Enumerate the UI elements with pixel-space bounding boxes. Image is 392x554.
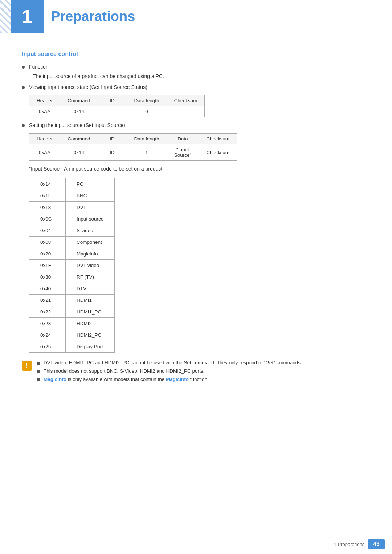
page-header: 1 Preparations xyxy=(0,0,392,33)
table1-col-header: Header xyxy=(29,95,60,106)
source-name: S-video xyxy=(66,225,115,237)
footer-page-number: 43 xyxy=(368,539,385,549)
source-code: 0x04 xyxy=(29,225,66,237)
bullet-dot-2 xyxy=(22,86,25,89)
source-name: DVI_video xyxy=(66,260,115,271)
source-code: 0x30 xyxy=(29,271,66,283)
source-code: 0x1E xyxy=(29,190,66,202)
bullet-dot-3 xyxy=(22,124,25,127)
source-table-row: 0x30RF (TV) xyxy=(29,271,115,283)
source-table-row: 0x08Component xyxy=(29,237,115,248)
source-name: PC xyxy=(66,178,115,190)
note-text-3: MagicInfo is only available with models … xyxy=(44,377,209,382)
source-table-row: 0x14PC xyxy=(29,178,115,190)
source-table-row: 0x23HDMI2 xyxy=(29,318,115,329)
source-name: HDMI2 xyxy=(66,318,115,329)
table1-datalength-val: 0 xyxy=(127,106,167,117)
source-name: HDMI2_PC xyxy=(66,329,115,341)
note-bullet xyxy=(37,378,40,381)
source-code: 0x23 xyxy=(29,318,66,329)
table1-col-checksum: Checksum xyxy=(167,95,205,106)
note-item-2: This model does not support BNC, S-Video… xyxy=(37,368,370,374)
source-code: 0x0C xyxy=(29,213,66,225)
note-text-2: This model does not support BNC, S-Video… xyxy=(44,368,204,374)
source-code: 0x20 xyxy=(29,248,66,260)
source-code: 0x24 xyxy=(29,329,66,341)
source-name: DVI xyxy=(66,202,115,213)
table1-col-id: ID xyxy=(98,95,127,106)
bullet-function-desc: The input source of a product can be cha… xyxy=(33,73,164,79)
chapter-number: 1 xyxy=(22,5,33,27)
source-name: Input source xyxy=(66,213,115,225)
source-code: 0x22 xyxy=(29,306,66,318)
note-items: DVI_video, HDMI1_PC and HDMI2_PC cannot … xyxy=(37,360,370,385)
note-item-3: MagicInfo is only available with models … xyxy=(37,377,370,382)
table2-col-id: ID xyxy=(98,134,127,144)
table1-command-val: 0x14 xyxy=(60,106,98,117)
content-area: Input source control Function The input … xyxy=(0,51,392,414)
bullet-dot-1 xyxy=(22,66,25,69)
stripe-decoration xyxy=(0,0,11,33)
source-code: 0x18 xyxy=(29,202,66,213)
note-icon: ! xyxy=(22,361,32,371)
note-block: ! DVI_video, HDMI1_PC and HDMI2_PC canno… xyxy=(22,360,370,385)
highlight-magicinfo-b: MagicInfo xyxy=(166,377,189,382)
section-title: Input source control xyxy=(22,51,370,57)
source-code: 0x1F xyxy=(29,260,66,271)
source-code: 0x14 xyxy=(29,178,66,190)
table1-header-val: 0xAA xyxy=(29,106,60,117)
table2-command-val: 0x14 xyxy=(60,144,98,161)
chapter-title-area: Preparations xyxy=(44,0,135,33)
table2-col-header: Header xyxy=(29,134,60,144)
chapter-block: 1 xyxy=(11,0,44,33)
table2-checksum-val: Checksum xyxy=(199,144,237,161)
source-name: HDMI1_PC xyxy=(66,306,115,318)
table1-id-val xyxy=(98,106,127,117)
note-item-1: DVI_video, HDMI1_PC and HDMI2_PC cannot … xyxy=(37,360,370,365)
source-name: DTV xyxy=(66,283,115,295)
table2-header-val: 0xAA xyxy=(29,144,60,161)
table2-col-command: Command xyxy=(60,134,98,144)
source-table-row: 0x1FDVI_video xyxy=(29,260,115,271)
source-name: HDMI1 xyxy=(66,295,115,306)
source-table-row: 0x0CInput source xyxy=(29,213,115,225)
table-set-source: Header Command ID Data length Data Check… xyxy=(29,133,237,161)
source-code-table: 0x14PC0x1EBNC0x18DVI0x0CInput source0x04… xyxy=(29,178,115,353)
source-description: "Input Source": An input source code to … xyxy=(29,166,370,172)
source-name: BNC xyxy=(66,190,115,202)
highlight-magicinfo-a: MagicInfo xyxy=(44,377,66,382)
source-name: RF (TV) xyxy=(66,271,115,283)
bullet-viewing: Viewing input source state (Get Input So… xyxy=(22,84,370,90)
table2-col-checksum: Checksum xyxy=(199,134,237,144)
bullet-function: Function xyxy=(22,64,370,70)
table2-col-datalength: Data length xyxy=(127,134,167,144)
table-get-source: Header Command ID Data length Checksum 0… xyxy=(29,95,205,117)
source-table-row: 0x20MagicInfo xyxy=(29,248,115,260)
source-code: 0x21 xyxy=(29,295,66,306)
source-table-row: 0x04S-video xyxy=(29,225,115,237)
source-code: 0x25 xyxy=(29,341,66,353)
bullet-setting: Setting the input source (Set Input Sour… xyxy=(22,122,370,128)
table1-checksum-val xyxy=(167,106,205,117)
table2-col-data: Data xyxy=(167,134,199,144)
bullet-setting-label: Setting the input source (Set Input Sour… xyxy=(29,122,125,128)
note-bullet xyxy=(37,362,40,365)
source-table-row: 0x21HDMI1 xyxy=(29,295,115,306)
source-table-row: 0x18DVI xyxy=(29,202,115,213)
footer-text: 1 Preparations xyxy=(334,542,365,547)
source-table-row: 0x24HDMI2_PC xyxy=(29,329,115,341)
chapter-title: Preparations xyxy=(51,9,135,24)
source-code: 0x08 xyxy=(29,237,66,248)
source-code: 0x40 xyxy=(29,283,66,295)
source-name: Display Port xyxy=(66,341,115,353)
table2-data-val: "InputSource" xyxy=(167,144,199,161)
source-name: MagicInfo xyxy=(66,248,115,260)
table2-datalength-val: 1 xyxy=(127,144,167,161)
table1-col-datalength: Data length xyxy=(127,95,167,106)
page-footer: 1 Preparations 43 xyxy=(0,534,392,554)
source-table-row: 0x22HDMI1_PC xyxy=(29,306,115,318)
source-table-row: 0x25Display Port xyxy=(29,341,115,353)
table2-id-val: ID xyxy=(98,144,127,161)
source-table-row: 0x1EBNC xyxy=(29,190,115,202)
source-table-row: 0x40DTV xyxy=(29,283,115,295)
